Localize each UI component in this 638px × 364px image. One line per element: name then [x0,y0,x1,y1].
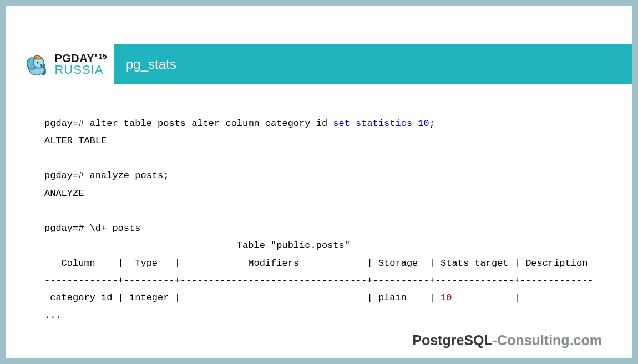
footer-word-b: Consulting [497,332,570,348]
slide-title: pg_stats [126,57,176,72]
code-line: pgday=# analyze posts; [44,170,169,181]
code-line: | [452,292,520,303]
code-line: pgday=# alter table posts alter column c… [44,118,333,129]
keyword-set-statistics: set statistics 10 [333,118,429,129]
stats-target-value: 10 [440,292,452,303]
logo-word: PGDAY [54,53,94,64]
code-line: category_id | integer | | plain | [44,292,440,303]
header: PGDAY'15 RUSSIA pg_stats [6,44,632,84]
title-bar: pg_stats [114,44,632,84]
code-line: pgday=# \d+ posts [44,223,140,234]
code-line: ALTER TABLE [44,135,107,146]
footer-word-a: PostgreSQL [412,332,492,348]
footer-word-c: com [574,332,602,348]
code-block: pgday=# alter table posts alter column c… [6,84,632,324]
svg-point-3 [37,62,39,64]
footer-dot: . [570,332,574,348]
elephant-icon [24,51,51,78]
logo-bottom-line: RUSSIA [54,64,107,76]
logo-apostrophe: ' [94,53,97,64]
slide: PGDAY'15 RUSSIA pg_stats pgday=# alter t… [6,6,632,358]
code-line: ANALYZE [44,188,84,199]
logo-area: PGDAY'15 RUSSIA [6,44,114,84]
logo-year: 15 [99,53,107,60]
logo-text: PGDAY'15 RUSSIA [54,53,107,76]
code-line: ... [44,310,62,321]
footer-dash: - [493,332,497,348]
code-line: -------------+---------+----------------… [44,275,594,286]
code-line: Column | Type | Modifiers | Storage | St… [44,258,588,269]
code-line: Table "public.posts" [44,240,350,251]
code-line: ; [429,118,435,129]
logo-top-line: PGDAY'15 [54,53,107,64]
footer-brand: PostgreSQL-Consulting.com [412,332,602,348]
